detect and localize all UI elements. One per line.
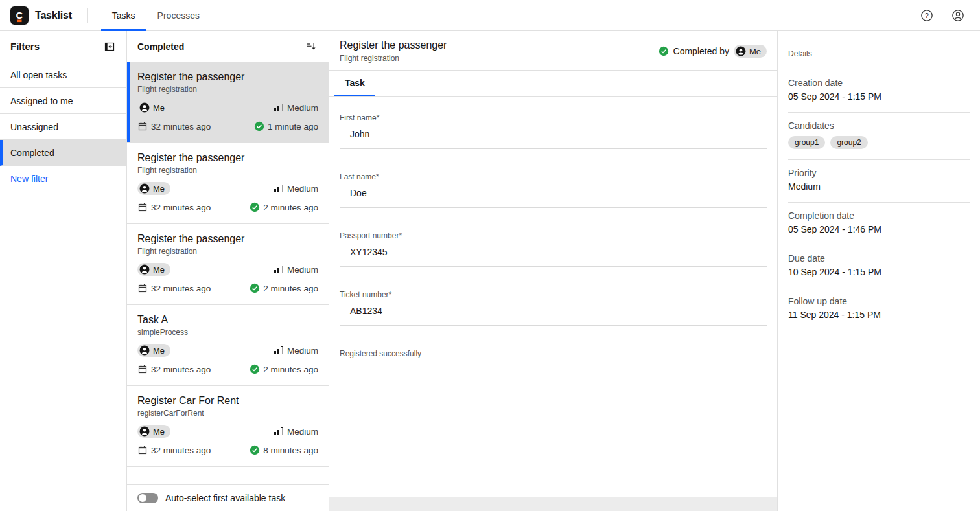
field-input[interactable]: John <box>340 129 767 149</box>
filter-item[interactable]: Unassigned <box>0 114 126 140</box>
task-name: Register the passenger <box>137 71 318 83</box>
details-panel-title: Details <box>788 49 970 58</box>
priority-label: Medium <box>287 427 318 437</box>
svg-text:?: ? <box>925 11 929 19</box>
check-circle-icon <box>250 283 260 293</box>
field-input[interactable]: Doe <box>340 188 767 208</box>
auto-select-label: Auto-select first available task <box>165 493 285 503</box>
task-priority: Medium <box>274 426 318 437</box>
header-actions: ? <box>916 5 968 26</box>
assignee-badge: Me <box>137 344 170 357</box>
creation-time-label: 32 minutes ago <box>151 446 211 455</box>
tab-tasks[interactable]: Tasks <box>101 0 146 31</box>
detail-group-follow-up-date: Follow up date 11 Sep 2024 - 1:15 PM <box>788 288 970 330</box>
task-list: Register the passenger Flight registrati… <box>127 62 329 484</box>
avatar-icon <box>736 46 746 56</box>
avatar-icon <box>139 264 150 275</box>
task-card[interactable]: Register the passenger Flight registrati… <box>127 224 329 305</box>
help-icon[interactable]: ? <box>916 5 937 26</box>
task-process-name: Flight registration <box>137 247 318 256</box>
field-label: First name* <box>340 113 767 122</box>
priority-bars-icon <box>274 183 284 194</box>
task-list-title: Completed <box>137 41 184 52</box>
header-divider <box>88 8 88 23</box>
priority-label: Medium <box>287 265 318 275</box>
task-detail-title: Register the passenger <box>340 40 447 51</box>
filters-title: Filters <box>10 41 40 52</box>
field-label: Registered successfully <box>340 349 767 358</box>
assignee-label: Me <box>153 427 165 437</box>
field-label: Last name* <box>340 172 767 181</box>
completion-time-label: 2 minutes ago <box>263 203 318 212</box>
check-circle-icon <box>250 202 260 212</box>
completion-time: 2 minutes ago <box>250 202 318 212</box>
assignee-badge: Me <box>137 101 170 114</box>
check-circle-icon <box>254 121 264 131</box>
completion-time: 8 minutes ago <box>250 445 318 455</box>
task-detail-process: Flight registration <box>340 54 447 63</box>
creation-time-label: 32 minutes ago <box>151 284 211 293</box>
task-name: Task A <box>137 314 318 326</box>
creation-time: 32 minutes ago <box>137 283 211 293</box>
tab-task[interactable]: Task <box>334 71 375 96</box>
camunda-logo-icon[interactable]: C <box>10 6 29 25</box>
sort-descending-icon[interactable] <box>305 40 318 53</box>
creation-time: 32 minutes ago <box>137 445 211 455</box>
filter-item[interactable]: All open tasks <box>0 62 126 88</box>
assignee-label: Me <box>153 265 165 275</box>
candidate-tag: group1 <box>788 136 825 149</box>
completed-by-badge: Completed by Me <box>659 45 767 58</box>
collapse-panel-icon[interactable] <box>103 40 116 53</box>
detail-group-due-date: Due date 10 Sep 2024 - 1:15 PM <box>788 245 970 288</box>
completion-time-label: 8 minutes ago <box>263 446 318 455</box>
task-name: Register the passenger <box>137 233 318 245</box>
task-card[interactable]: Register Car For Rent registerCarForRent… <box>127 386 329 467</box>
creation-time: 32 minutes ago <box>137 202 211 212</box>
assignee-label: Me <box>153 103 165 113</box>
task-name: Register the passenger <box>137 152 318 164</box>
detail-value: 11 Sep 2024 - 1:15 PM <box>788 310 970 320</box>
task-process-name: simpleProcess <box>137 328 318 337</box>
field-input[interactable]: XY12345 <box>340 247 767 267</box>
task-process-name: registerCarForRent <box>137 409 318 418</box>
new-filter-link[interactable]: New filter <box>0 166 126 192</box>
task-priority: Medium <box>274 102 318 113</box>
creation-time-label: 32 minutes ago <box>151 122 211 131</box>
task-card[interactable]: Task A simpleProcess Me <box>127 305 329 386</box>
task-list-header: Completed <box>127 31 329 62</box>
detail-label: Creation date <box>788 78 970 88</box>
field-input[interactable] <box>340 365 767 376</box>
detail-group-completion-date: Completion date 05 Sep 2024 - 1:46 PM <box>788 203 970 245</box>
check-circle-icon <box>250 364 260 374</box>
priority-label: Medium <box>287 184 318 194</box>
priority-bars-icon <box>274 426 284 437</box>
task-detail-titles: Register the passenger Flight registrati… <box>340 40 447 63</box>
filter-item[interactable]: Completed <box>0 140 126 166</box>
avatar-icon <box>139 183 150 194</box>
task-list-footer: Auto-select first available task <box>127 484 329 511</box>
completion-time-label: 2 minutes ago <box>263 365 318 374</box>
task-list-panel: Completed Register the passenger Flight … <box>127 31 329 511</box>
calendar-icon <box>137 364 148 374</box>
user-icon[interactable] <box>948 5 968 26</box>
task-priority: Medium <box>274 345 318 356</box>
task-card[interactable]: Register the passenger Flight registrati… <box>127 143 329 224</box>
completed-by-label: Completed by <box>673 46 729 56</box>
priority-bars-icon <box>274 264 284 275</box>
task-card[interactable]: Register the passenger Flight registrati… <box>127 62 329 143</box>
detail-group-candidates: Candidates group1 group2 <box>788 113 970 160</box>
detail-value: 05 Sep 2024 - 1:15 PM <box>788 91 970 102</box>
completion-time-label: 2 minutes ago <box>263 284 318 293</box>
field-label: Ticket number* <box>340 290 767 299</box>
task-form: First name* John Last name* Doe Passport… <box>329 97 777 497</box>
tab-processes[interactable]: Processes <box>146 0 211 31</box>
filter-item[interactable]: Assigned to me <box>0 88 126 114</box>
candidate-tag: group2 <box>830 136 867 149</box>
task-detail-header: Register the passenger Flight registrati… <box>329 31 777 71</box>
auto-select-toggle[interactable] <box>137 493 158 503</box>
filters-sidebar: Filters All open tasks Assigned to me Un… <box>0 31 127 511</box>
assignee-badge: Me <box>734 45 767 58</box>
assignee-badge: Me <box>137 425 170 438</box>
field-input[interactable]: AB1234 <box>340 306 767 326</box>
task-process-name: Flight registration <box>137 85 318 94</box>
